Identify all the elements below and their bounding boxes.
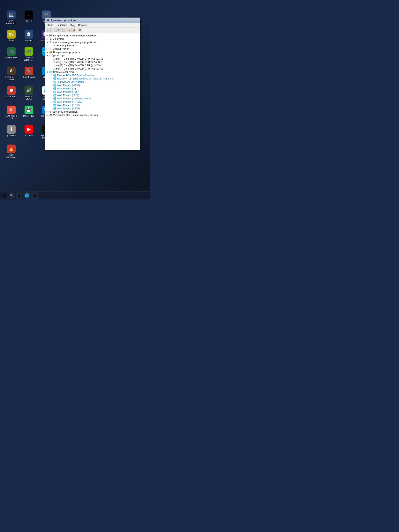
tree-label-2: Мыши и иные указывающие устройства [53,41,96,44]
desktop: 💻Этот компьютер♪TikTok🎮samp — ярлык99Fra… [0,0,150,199]
window-title: Диспетчер устройств [51,19,139,22]
tree-item-5[interactable]: ▶📦Программные устройства [45,51,140,54]
tree-arrow-1[interactable]: ▶ [47,38,49,40]
desktop-icon-memreduct[interactable]: 💾Mem Reduct [21,105,36,120]
scan-button[interactable]: 📤 [72,28,76,32]
monitor-button[interactable]: 🖥 [78,28,82,32]
properties-button[interactable]: 📋 [61,28,65,32]
tree-arrow-0[interactable]: ▶ [47,34,49,37]
desktop-icon-kompas[interactable]: KКОМПАС-3D v20 [4,105,19,120]
taskbar-devmgr[interactable]: 🖥 [31,192,38,199]
tree-icon-0: 💾 [49,34,52,37]
computer-button[interactable]: 🖥 [57,28,61,32]
menu-item-действие[interactable]: Действие [55,23,69,27]
tree-arrow-24[interactable]: ▶ [47,114,49,116]
tree-label-24: Устройства HID (Human Interface Devices) [53,114,99,116]
tree-item-4[interactable]: ▶🖨Очереди печати [45,47,140,51]
tree-item-14[interactable]: 🌐TeamViewer VPN Adapter [45,80,140,83]
desktop-icon-driver[interactable]: 🔧Driver Booster [21,66,36,82]
desktop-icon-msi[interactable]: 🔥MSI Afterburner [4,144,19,159]
icon-label-letasoft: Letasoft Soun... [22,95,35,100]
tree-item-6[interactable]: ▼□Процессоры [45,54,140,57]
tree-label-22: WAN Miniport (SSTP) [57,107,80,110]
tree-item-0[interactable]: ▶💾Контроллеры запоминающих устройств [45,34,140,37]
tree-item-19[interactable]: 🌐WAN Miniport (Network Monitor) [45,97,140,100]
device-tree: ▶💾Контроллеры запоминающих устройств▶🖥Мо… [45,33,140,150]
tree-icon-15: 🌐 [53,84,56,87]
icon-image-recycle: 🗑 [25,30,33,38]
tree-icon-12: 🌐 [53,74,56,77]
back-button[interactable]: ← [46,28,50,32]
device-manager-window: 🖥 Диспетчер устройств ФайлДействиеВидСпр… [45,18,140,150]
desktop-icon-letasoft[interactable]: 🔊Letasoft Soun... [21,85,36,101]
taskbar-chrome[interactable]: 🌐 [23,192,30,199]
icon-label-driver: Driver Booster [23,76,35,78]
desktop-icon-fraps[interactable]: 99Fraps [4,29,19,43]
tree-label-3: ELAN Input Device [57,44,76,47]
tree-item-18[interactable]: 🌐WAN Miniport (L2TP) [45,94,140,97]
tree-label-6: Процессоры [52,54,65,57]
tree-item-22[interactable]: 🌐WAN Miniport (SSTP) [45,107,140,110]
tree-icon-14: 🌐 [53,81,56,83]
search-button[interactable]: 🔍 [9,192,15,199]
tree-item-3[interactable]: 🖱ELAN Input Device [45,44,140,47]
tree-label-10: Intel(R) Core(TM) i3-4000M CPU @ 2.40GHz [56,67,103,70]
desktop-icon-computer[interactable]: 💻Этот компьютер [4,10,19,25]
tree-item-17[interactable]: 🌐WAN Miniport (IPv6) [45,90,140,94]
desktop-icon-tiktok[interactable]: ♪TikTok [21,10,36,25]
tree-label-1: Мониторы [53,38,64,40]
icon-label-qbittorrent: qBittorrent [7,134,16,137]
tree-arrow-23[interactable]: ▶ [47,111,49,113]
menu-item-файл[interactable]: Файл [46,23,55,27]
icon-label-kompas: КОМПАС-3D v20 [5,115,18,120]
tree-icon-21: 🌐 [53,104,56,107]
desktop-icon-qbittorrent[interactable]: ⬇qBittorrent [4,124,19,140]
tree-item-8[interactable]: □Intel(R) Core(TM) i3-4000M CPU @ 2.40GH… [45,60,140,64]
tree-label-11: Сетевые адаптеры [53,71,74,73]
tree-item-15[interactable]: 🌐WAN Miniport (IKEv2) [45,83,140,87]
desktop-icon-recycle[interactable]: 🗑Корзина [21,29,36,43]
tree-item-1[interactable]: ▶🖥Мониторы [45,37,140,40]
desktop-icon-arizona[interactable]: Aarizona-la... — ярлык [4,66,19,82]
desktop-icon-geforce[interactable]: 🎮GeForce Experience [21,46,36,62]
menu-item-вид[interactable]: Вид [69,23,76,27]
tree-item-21[interactable]: 🌐WAN Miniport (PPTP) [45,103,140,107]
tree-item-7[interactable]: □Intel(R) Core(TM) i3-4000M CPU @ 2.40GH… [45,57,140,60]
tree-arrow-2[interactable]: ▼ [47,41,49,43]
tree-label-21: WAN Miniport (PPTP) [57,104,80,107]
task-view-button[interactable]: ⧉ [16,192,22,199]
tree-arrow-11[interactable]: ▼ [47,71,49,73]
tree-item-24[interactable]: ▶🎮Устройства HID (Human Interface Device… [45,113,140,117]
forward-button[interactable]: → [51,28,55,32]
tree-item-9[interactable]: □Intel(R) Core(TM) i3-4000M CPU @ 2.40GH… [45,64,140,67]
tree-item-12[interactable]: 🌐Realtek PCIe GbE Family Controller [45,74,140,77]
icon-image-fraps: 99 [7,30,16,38]
help-button[interactable]: ❓ [67,28,71,32]
tree-icon-16: 🌐 [53,87,56,90]
taskbar: ⊞ 🔍 ⧉ 🌐 🖥 [0,191,150,199]
icon-image-geforce: 🎮 [25,47,33,56]
icon-image-bandicam: ⏺ [7,86,16,95]
tree-item-23[interactable]: ▶⚙Системные устройства [45,110,140,113]
tree-item-11[interactable]: ▼🌐Сетевые адаптеры [45,70,140,74]
desktop-icon-youtube[interactable]: ▶YouTube [21,124,36,140]
tree-icon-10: □ [53,67,55,70]
tree-item-10[interactable]: □Intel(R) Core(TM) i3-4000M CPU @ 2.40GH… [45,67,140,70]
icon-image-memreduct: 💾 [25,106,33,114]
tree-label-19: WAN Miniport (Network Monitor) [57,97,91,100]
start-button[interactable]: ⊞ [1,192,8,199]
tree-arrow-4[interactable]: ▶ [47,48,49,50]
tree-label-0: Контроллеры запоминающих устройств [53,34,96,37]
tree-item-20[interactable]: 🌐WAN Miniport (PPPOE) [45,100,140,103]
desktop-icon-gmeet[interactable]: 📹Google Meet [4,46,19,62]
tree-item-16[interactable]: 🌐WAN Miniport (IP) [45,87,140,90]
tree-item-13[interactable]: 🌐Realtek RTL8723BE Wireless LAN 802.11n … [45,77,140,80]
tree-icon-18: 🌐 [53,94,56,97]
tree-arrow-5[interactable]: ▶ [47,51,49,53]
menu-bar: ФайлДействиеВидСправка [45,23,140,27]
desktop-icon-bandicam[interactable]: ⏺Bandicam... [4,85,19,101]
tree-item-2[interactable]: ▼🖱Мыши и иные указывающие устройства [45,40,140,44]
menu-item-справка[interactable]: Справка [76,23,89,27]
tree-icon-1: 🖥 [49,38,52,40]
tree-arrow-6[interactable]: ▼ [47,54,49,57]
